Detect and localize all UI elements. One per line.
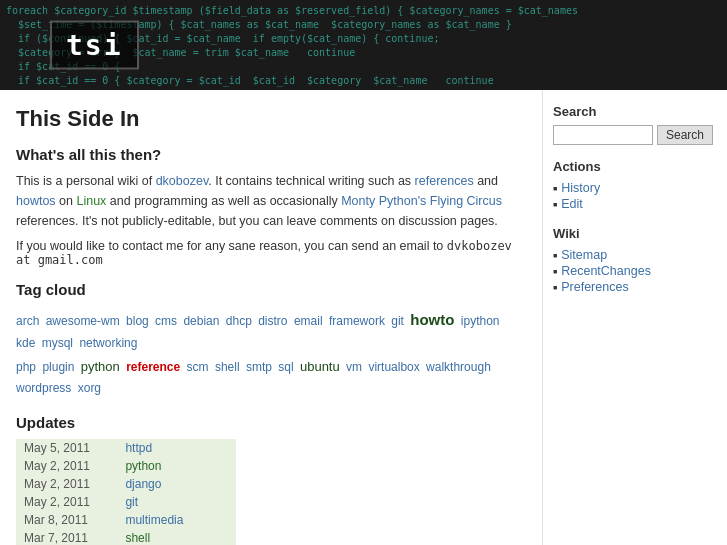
tag-wordpress[interactable]: wordpress [16,381,71,395]
update-item-git[interactable]: git [125,495,138,509]
site-logo: tsi [50,21,139,70]
contact-line: If you would like to contact me for any … [16,239,522,267]
tag-howto[interactable]: howto [410,311,454,328]
search-title: Search [553,104,713,119]
tag-distro[interactable]: distro [258,314,287,328]
tag-awesome-wm[interactable]: awesome-wm [46,314,120,328]
tag-plugin[interactable]: plugin [42,360,74,374]
update-date: Mar 8, 2011 [16,511,117,529]
tag-email[interactable]: email [294,314,323,328]
table-row: Mar 7, 2011 shell [16,529,236,545]
update-link: django [117,475,236,493]
list-item: Edit [553,196,713,212]
tag-blog[interactable]: blog [126,314,149,328]
update-date: Mar 7, 2011 [16,529,117,545]
tag-cloud-heading: Tag cloud [16,281,522,298]
sitemap-link[interactable]: Sitemap [561,248,607,262]
wiki-list: Sitemap RecentChanges Preferences [553,247,713,295]
tag-vm[interactable]: vm [346,360,362,374]
update-item-multimedia[interactable]: multimedia [125,513,183,527]
actions-list: History Edit [553,180,713,212]
update-item-shell[interactable]: shell [125,531,150,545]
list-item: History [553,180,713,196]
intro-paragraph: This is a personal wiki of dkobozev. It … [16,171,522,231]
update-link: git [117,493,236,511]
tag-smtp[interactable]: smtp [246,360,272,374]
intro-heading: What's all this then? [16,146,522,163]
list-item: Sitemap [553,247,713,263]
tag-kde[interactable]: kde [16,336,35,350]
linux-link[interactable]: Linux [76,194,106,208]
actions-title: Actions [553,159,713,174]
wiki-section: Wiki Sitemap RecentChanges Preferences [553,226,713,295]
howtos-link[interactable]: howtos [16,194,56,208]
tag-cloud: arch awesome-wm blog cms debian dhcp dis… [16,306,522,400]
table-row: May 2, 2011 python [16,457,236,475]
tag-debian[interactable]: debian [183,314,219,328]
updates-table: May 5, 2011 httpd May 2, 2011 python May… [16,439,236,545]
update-date: May 2, 2011 [16,475,117,493]
tag-walkthrough[interactable]: walkthrough [426,360,491,374]
author-link[interactable]: dkobozev [156,174,209,188]
table-row: Mar 8, 2011 multimedia [16,511,236,529]
table-row: May 2, 2011 django [16,475,236,493]
tag-mysql[interactable]: mysql [42,336,73,350]
tag-ipython[interactable]: ipython [461,314,500,328]
email-address: dvkobozev at gmail.com [16,239,512,267]
tag-dhcp[interactable]: dhcp [226,314,252,328]
table-row: May 2, 2011 git [16,493,236,511]
page-title: This Side In [16,106,522,132]
references-link[interactable]: references [415,174,474,188]
updates-heading: Updates [16,414,522,431]
preferences-link[interactable]: Preferences [561,280,628,294]
tag-php[interactable]: php [16,360,36,374]
update-item-django[interactable]: django [125,477,161,491]
update-date: May 5, 2011 [16,439,117,457]
search-section: Search Search [553,104,713,145]
recentchanges-link[interactable]: RecentChanges [561,264,651,278]
content-area: This Side In What's all this then? This … [0,90,542,545]
wiki-title: Wiki [553,226,713,241]
monty-link[interactable]: Monty Python's Flying Circus [341,194,502,208]
list-item: Preferences [553,279,713,295]
update-item-httpd[interactable]: httpd [125,441,152,455]
update-date: May 2, 2011 [16,457,117,475]
sidebar: Search Search Actions History Edit Wiki [542,90,727,545]
tag-reference[interactable]: reference [126,360,180,374]
list-item: RecentChanges [553,263,713,279]
tag-git[interactable]: git [391,314,404,328]
tag-cms[interactable]: cms [155,314,177,328]
tag-xorg[interactable]: xorg [78,381,101,395]
search-input[interactable] [553,125,653,145]
update-date: May 2, 2011 [16,493,117,511]
edit-link[interactable]: Edit [561,197,583,211]
tag-sql[interactable]: sql [278,360,293,374]
header-banner: foreach $category_id $timestamp ($field_… [0,0,727,90]
update-item-python[interactable]: python [125,459,161,473]
tag-scm[interactable]: scm [187,360,209,374]
tag-shell[interactable]: shell [215,360,240,374]
search-button[interactable]: Search [657,125,713,145]
tag-arch[interactable]: arch [16,314,39,328]
history-link[interactable]: History [561,181,600,195]
update-link: httpd [117,439,236,457]
tag-ubuntu[interactable]: ubuntu [300,359,340,374]
update-link: python [117,457,236,475]
table-row: May 5, 2011 httpd [16,439,236,457]
tag-framework[interactable]: framework [329,314,385,328]
tag-networking[interactable]: networking [79,336,137,350]
actions-section: Actions History Edit [553,159,713,212]
tag-virtualbox[interactable]: virtualbox [368,360,419,374]
update-link: multimedia [117,511,236,529]
tag-python[interactable]: python [81,359,120,374]
update-link: shell [117,529,236,545]
